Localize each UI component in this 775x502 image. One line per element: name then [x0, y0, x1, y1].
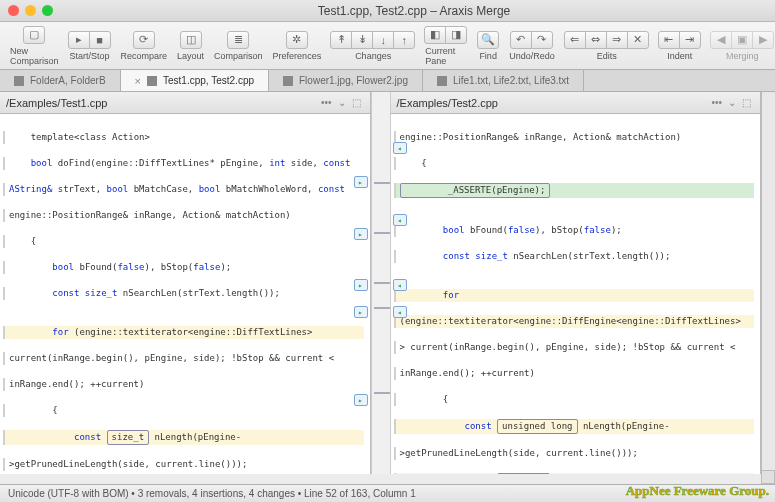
- close-tab-icon[interactable]: ×: [135, 75, 141, 87]
- edits-button[interactable]: ⇐⇔⇒✕Edits: [561, 29, 653, 63]
- left-save-icon[interactable]: ⬚: [352, 97, 361, 108]
- right-menu-icon[interactable]: •••: [711, 97, 722, 108]
- status-text: Unicode (UTF-8 with BOM) • 3 removals, 4…: [8, 488, 416, 499]
- right-save-icon[interactable]: ⬚: [742, 97, 751, 108]
- titlebar: Test1.cpp, Test2.cpp – Araxis Merge: [0, 0, 775, 22]
- toolbar: ▢New Comparison ▸■Start/Stop ⟳Recompare …: [0, 22, 775, 70]
- close-button[interactable]: [8, 5, 19, 16]
- left-menu-icon[interactable]: •••: [321, 97, 332, 108]
- doc-icon: [147, 76, 157, 86]
- doc-icon: [437, 76, 447, 86]
- overview-scrollbar[interactable]: [761, 92, 775, 474]
- merge-right-arrow[interactable]: ▸: [354, 279, 368, 291]
- merge-right-arrow[interactable]: ▸: [354, 176, 368, 188]
- left-path: /Examples/Test1.cpp: [6, 97, 318, 109]
- right-pane-header: /Examples/Test2.cpp ••• ⌄ ⬚: [391, 92, 761, 114]
- image-icon: [283, 76, 293, 86]
- merge-left-arrow[interactable]: ◂: [393, 214, 407, 226]
- undo-redo-button[interactable]: ↶↷Undo/Redo: [505, 29, 559, 63]
- tab-life[interactable]: Life1.txt, Life2.txt, Life3.txt: [423, 70, 584, 91]
- preferences-button[interactable]: ✲Preferences: [269, 29, 326, 63]
- tab-folders[interactable]: FolderA, FolderB: [0, 70, 121, 91]
- zoom-button[interactable]: [42, 5, 53, 16]
- window-title: Test1.cpp, Test2.cpp – Araxis Merge: [53, 4, 775, 18]
- left-pane-header: /Examples/Test1.cpp ••• ⌄ ⬚: [0, 92, 370, 114]
- merging-button[interactable]: ◀▣▶Merging: [707, 29, 775, 63]
- merge-left-arrow[interactable]: ◂: [393, 142, 407, 154]
- right-path: /Examples/Test2.cpp: [397, 97, 709, 109]
- indent-button[interactable]: ⇤⇥Indent: [655, 29, 705, 63]
- merge-right-arrow[interactable]: ▸: [354, 228, 368, 240]
- start-stop-button[interactable]: ▸■Start/Stop: [65, 29, 115, 63]
- recompare-button[interactable]: ⟳Recompare: [117, 29, 172, 63]
- left-dropdown-icon[interactable]: ⌄: [338, 97, 346, 108]
- minimize-button[interactable]: [25, 5, 36, 16]
- right-dropdown-icon[interactable]: ⌄: [728, 97, 736, 108]
- link-gutter: [371, 92, 391, 474]
- comparison-button[interactable]: ≣Comparison: [210, 29, 267, 63]
- changes-button[interactable]: ↟↡↓↑Changes: [327, 29, 419, 63]
- tab-tests[interactable]: ×Test1.cpp, Test2.cpp: [121, 70, 269, 91]
- left-code[interactable]: template<class Action> bool doFind(engin…: [0, 114, 370, 474]
- current-pane-button[interactable]: ◧◨Current Pane: [421, 24, 471, 68]
- find-button[interactable]: 🔍Find: [473, 29, 503, 63]
- watermark: AppNee Freeware Group.: [626, 483, 769, 499]
- left-pane: /Examples/Test1.cpp ••• ⌄ ⬚ template<cla…: [0, 92, 371, 474]
- resize-corner[interactable]: [761, 470, 775, 484]
- new-comparison-button[interactable]: ▢New Comparison: [6, 24, 63, 68]
- main-area: /Examples/Test1.cpp ••• ⌄ ⬚ template<cla…: [0, 92, 775, 474]
- layout-button[interactable]: ◫Layout: [173, 29, 208, 63]
- tab-flowers[interactable]: Flower1.jpg, Flower2.jpg: [269, 70, 423, 91]
- right-code[interactable]: engine::PositionRange& inRange, Action& …: [391, 114, 761, 474]
- merge-right-arrow[interactable]: ▸: [354, 306, 368, 318]
- merge-right-arrow[interactable]: ▸: [354, 394, 368, 406]
- merge-left-arrow[interactable]: ◂: [393, 306, 407, 318]
- merge-left-arrow[interactable]: ◂: [393, 279, 407, 291]
- tab-bar: FolderA, FolderB ×Test1.cpp, Test2.cpp F…: [0, 70, 775, 92]
- right-pane: /Examples/Test2.cpp ••• ⌄ ⬚ engine::Posi…: [391, 92, 762, 474]
- folder-icon: [14, 76, 24, 86]
